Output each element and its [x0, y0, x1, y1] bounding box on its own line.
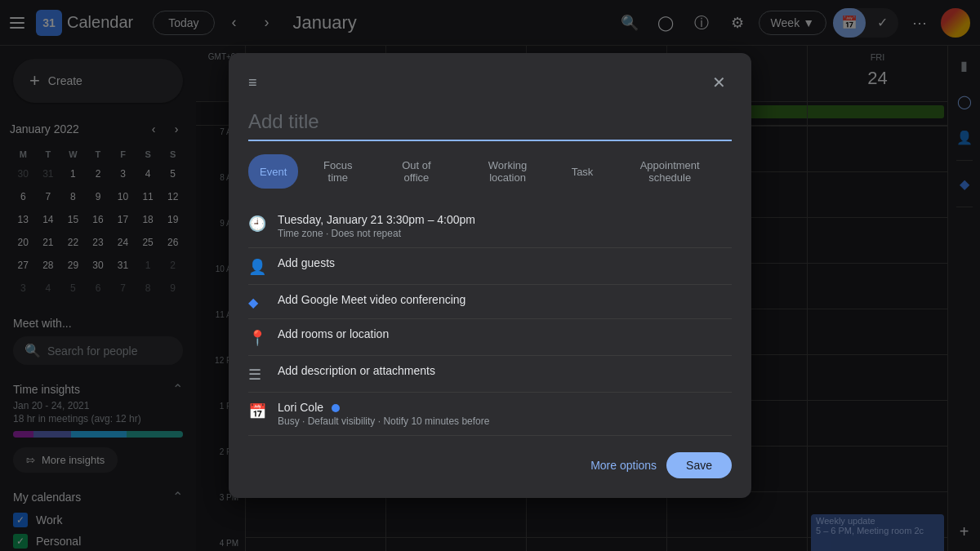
modal-guests-row: 👤 Add guests [248, 248, 732, 285]
more-options-button[interactable]: More options [590, 459, 657, 472]
guests-label[interactable]: Add guests [278, 256, 732, 269]
event-creation-modal: ≡ ✕ Event Focus time Out of office Worki… [229, 53, 751, 498]
modal-footer: More options Save [248, 452, 732, 478]
guests-content: Add guests [278, 256, 732, 269]
modal-overlay: ≡ ✕ Event Focus time Out of office Worki… [0, 0, 980, 551]
tab-out-of-office[interactable]: Out of office [377, 154, 455, 189]
save-button[interactable]: Save [666, 452, 732, 478]
description-label[interactable]: Add description or attachments [278, 364, 732, 377]
calendar-icon: 📅 [248, 402, 265, 420]
location-content: Add rooms or location [278, 327, 732, 340]
datetime-sub: Time zone · Does not repeat [278, 228, 732, 239]
tab-focus-time[interactable]: Focus time [301, 154, 374, 189]
tab-event[interactable]: Event [248, 154, 298, 189]
calendar-color-dot [332, 404, 340, 412]
meet-icon: ◆ [248, 295, 265, 310]
modal-location-row: 📍 Add rooms or location [248, 319, 732, 356]
calendar-owner-content: Lori Cole Busy · Default visibility · No… [278, 401, 732, 427]
description-content: Add description or attachments [278, 364, 732, 377]
calendar-owner-sub: Busy · Default visibility · Notify 10 mi… [278, 415, 732, 427]
event-title-input[interactable] [248, 105, 732, 141]
modal-meet-row: ◆ Add Google Meet video conferencing [248, 285, 732, 319]
modal-datetime-row: 🕘 Tuesday, January 21 3:30pm – 4:00pm Ti… [248, 205, 732, 248]
datetime-label[interactable]: Tuesday, January 21 3:30pm – 4:00pm [278, 213, 732, 226]
event-type-tabs: Event Focus time Out of office Working l… [248, 154, 732, 189]
clock-icon: 🕘 [248, 215, 265, 233]
modal-calendar-row: 📅 Lori Cole Busy · Default visibility · … [248, 393, 732, 436]
description-icon: ☰ [248, 366, 265, 384]
meet-label[interactable]: Add Google Meet video conferencing [278, 293, 732, 306]
tab-appointment[interactable]: Appointment schedule [608, 154, 732, 189]
tab-working-location[interactable]: Working location [458, 154, 556, 189]
meet-content: Add Google Meet video conferencing [278, 293, 732, 306]
modal-description-row: ☰ Add description or attachments [248, 356, 732, 393]
location-label[interactable]: Add rooms or location [278, 327, 732, 340]
drag-icon: ≡ [248, 74, 257, 91]
modal-top-bar: ≡ ✕ [248, 69, 732, 96]
modal-close-button[interactable]: ✕ [706, 69, 732, 96]
tab-task[interactable]: Task [560, 154, 605, 189]
guests-icon: 👤 [248, 258, 265, 276]
datetime-content: Tuesday, January 21 3:30pm – 4:00pm Time… [278, 213, 732, 239]
location-icon: 📍 [248, 329, 265, 347]
calendar-owner-label: Lori Cole [278, 401, 732, 414]
